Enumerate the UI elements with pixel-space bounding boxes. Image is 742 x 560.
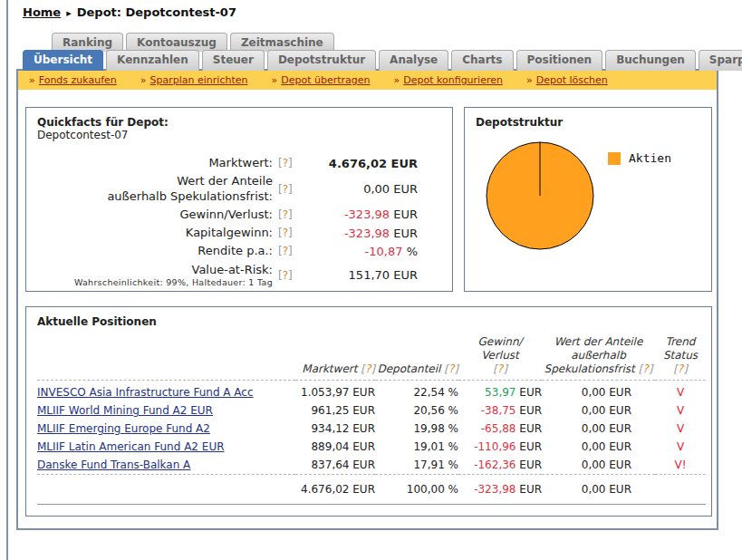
page-left-rule	[6, 0, 8, 560]
depotanteil-cell: 19,01 %	[375, 438, 458, 456]
trend-status-indicator: V	[655, 438, 706, 456]
breadcrumb: Home▸Depot: Depotcontest-07	[23, 5, 236, 19]
chevron-bullet-icon: »	[271, 74, 277, 86]
help-icon[interactable]: [?]	[673, 362, 688, 375]
depotanteil-cell: 19,98 %	[375, 420, 458, 438]
trend-status-indicator: V	[655, 420, 706, 438]
total-depotanteil: 100,00 %	[375, 475, 458, 505]
total-wert: 0,00 EUR	[542, 475, 655, 505]
help-icon[interactable]: [?]	[278, 269, 309, 282]
depotstruktur-pie-chart	[485, 140, 595, 251]
gewinn-cell: -38,75 EUR	[458, 401, 542, 420]
marktwert-cell: 1.053,97 EUR	[295, 381, 375, 402]
help-icon[interactable]: [?]	[361, 362, 375, 375]
rendite-value: -10,87 %	[309, 245, 418, 258]
position-row: Danske Fund Trans-Balkan A 837,64 EUR 17…	[37, 456, 706, 475]
breadcrumb-home-link[interactable]: Home	[23, 5, 61, 19]
tab-steuer[interactable]: Steuer	[202, 50, 265, 71]
tab-buchungen[interactable]: Buchungen	[605, 50, 696, 71]
tab-sparplaene[interactable]: Sparpläne	[699, 50, 742, 71]
trend-status-indicator: V	[655, 381, 706, 402]
action-sparplan-einrichten[interactable]: »Sparplan einrichten	[140, 74, 248, 86]
column-gewinn-verlust: Gewinn/Verlust[?]	[458, 333, 542, 381]
total-gewinn: -323,98 EUR	[458, 475, 542, 505]
tab-analyse[interactable]: Analyse	[379, 50, 448, 71]
trend-status-indicator: V!	[655, 456, 706, 475]
positions-table: Marktwert [?] Depotanteil [?] Gewinn/Ver…	[37, 333, 706, 505]
help-icon[interactable]: [?]	[278, 157, 309, 169]
value-at-risk-value: 151,70 EUR	[309, 268, 418, 282]
marktwert-cell: 837,64 EUR	[295, 456, 375, 475]
tab-depotstruktur[interactable]: Depotstruktur	[267, 50, 376, 71]
breadcrumb-separator-icon: ▸	[66, 7, 72, 19]
quickfacts-row-spekulationsfrist: Wert der Anteileaußerhalb Spekulationsfr…	[37, 172, 441, 206]
positions-total-row: 4.676,02 EUR 100,00 % -323,98 EUR 0,00 E…	[37, 475, 706, 505]
trend-status-indicator: V	[655, 401, 706, 420]
gewinn-cell: 53,97 EUR	[458, 381, 542, 402]
marktwert-value: 4.676,02 EUR	[309, 157, 418, 170]
wert-cell: 0,00 EUR	[542, 420, 655, 438]
action-fonds-zukaufen[interactable]: »Fonds zukaufen	[29, 74, 117, 86]
quickfacts-row-rendite: Rendite p.a.: [?] -10,87 %	[37, 242, 441, 260]
column-depotanteil: Depotanteil [?]	[375, 333, 458, 381]
depotstruktur-panel: Depotstruktur Aktien	[464, 107, 712, 292]
position-row: MLIIF Latin American Fund A2 EUR 889,04 …	[37, 438, 706, 456]
action-depot-loeschen[interactable]: »Depot löschen	[526, 74, 608, 86]
fund-link[interactable]: MLIIF Latin American Fund A2 EUR	[37, 440, 225, 453]
tab-zeitmaschine[interactable]: Zeitmaschine	[230, 33, 334, 52]
legend-swatch-aktien	[608, 152, 621, 165]
gewinn-cell: -65,88 EUR	[458, 420, 542, 438]
marktwert-cell: 889,04 EUR	[295, 438, 375, 456]
action-depot-konfigurieren[interactable]: »Depot konfigurieren	[394, 74, 503, 86]
action-depot-uebertragen[interactable]: »Depot übertragen	[271, 74, 370, 86]
legend-label-aktien: Aktien	[629, 151, 671, 165]
positions-header-row: Marktwert [?] Depotanteil [?] Gewinn/Ver…	[37, 333, 706, 381]
quickfacts-title: Quickfacts für Depot:	[37, 116, 441, 129]
help-icon[interactable]: [?]	[278, 208, 309, 221]
quickfacts-row-value-at-risk: Value-at-Risk:Wahrscheinlichkeit: 99%, H…	[37, 261, 441, 290]
quickfacts-rows: Marktwert: [?] 4.676,02 EUR Wert der Ant…	[37, 154, 441, 290]
depotanteil-cell: 20,56 %	[375, 401, 458, 420]
tab-row-primary: Übersicht Kennzahlen Steuer Depotstruktu…	[23, 50, 742, 71]
fund-link[interactable]: INVESCO Asia Infrastructure Fund A Acc	[37, 386, 254, 399]
wert-cell: 0,00 EUR	[542, 438, 655, 456]
column-name-empty	[37, 333, 295, 381]
help-icon[interactable]: [?]	[278, 183, 309, 196]
chevron-bullet-icon: »	[29, 74, 35, 86]
chevron-bullet-icon: »	[394, 74, 400, 86]
tab-charts[interactable]: Charts	[451, 50, 513, 71]
depot-overview-container: »Fonds zukaufen »Sparplan einrichten »De…	[16, 69, 718, 530]
fund-link[interactable]: MLIIF Emerging Europe Fund A2	[37, 422, 210, 435]
marktwert-cell: 961,25 EUR	[295, 401, 375, 420]
tab-kontoauszug[interactable]: Kontoauszug	[126, 33, 227, 52]
positions-title: Aktuelle Positionen	[37, 315, 700, 328]
tab-ranking[interactable]: Ranking	[52, 33, 123, 52]
help-icon[interactable]: [?]	[444, 362, 458, 375]
quickfacts-row-marktwert: Marktwert: [?] 4.676,02 EUR	[37, 154, 441, 172]
help-icon[interactable]: [?]	[639, 362, 653, 375]
tab-positionen[interactable]: Positionen	[516, 50, 603, 71]
quickfacts-row-kapitalgewinn: Kapitalgewinn: [?] -323,98 EUR	[37, 224, 441, 242]
var-parameters: Wahrscheinlichkeit: 99%, Haltedauer: 1 T…	[37, 277, 273, 288]
help-icon[interactable]: [?]	[278, 227, 309, 239]
gewinn-cell: -162,36 EUR	[458, 456, 542, 475]
help-icon[interactable]: [?]	[278, 245, 309, 257]
tab-uebersicht[interactable]: Übersicht	[23, 50, 103, 71]
tab-kennzahlen[interactable]: Kennzahlen	[106, 50, 199, 71]
chevron-bullet-icon: »	[526, 74, 533, 86]
chevron-bullet-icon: »	[140, 74, 147, 86]
column-wert-spekulationsfrist: Wert der AnteileaußerhalbSpekulationsfri…	[542, 333, 655, 381]
wert-cell: 0,00 EUR	[542, 401, 655, 420]
positions-panel: Aktuelle Positionen Marktwert [?] Depota…	[25, 306, 712, 517]
column-marktwert: Marktwert [?]	[295, 333, 375, 381]
fund-link[interactable]: MLIIF World Mining Fund A2 EUR	[37, 404, 213, 417]
depotanteil-cell: 22,54 %	[375, 381, 458, 402]
column-trend-status: TrendStatus[?]	[655, 333, 706, 381]
fund-link[interactable]: Danske Fund Trans-Balkan A	[37, 459, 190, 471]
help-icon[interactable]: [?]	[493, 362, 507, 375]
marktwert-cell: 934,12 EUR	[295, 420, 375, 438]
depotstruktur-title: Depotstruktur	[476, 116, 700, 129]
total-marktwert: 4.676,02 EUR	[295, 475, 375, 505]
depotanteil-cell: 17,91 %	[375, 456, 458, 475]
gewinn-cell: -110,96 EUR	[458, 438, 542, 456]
